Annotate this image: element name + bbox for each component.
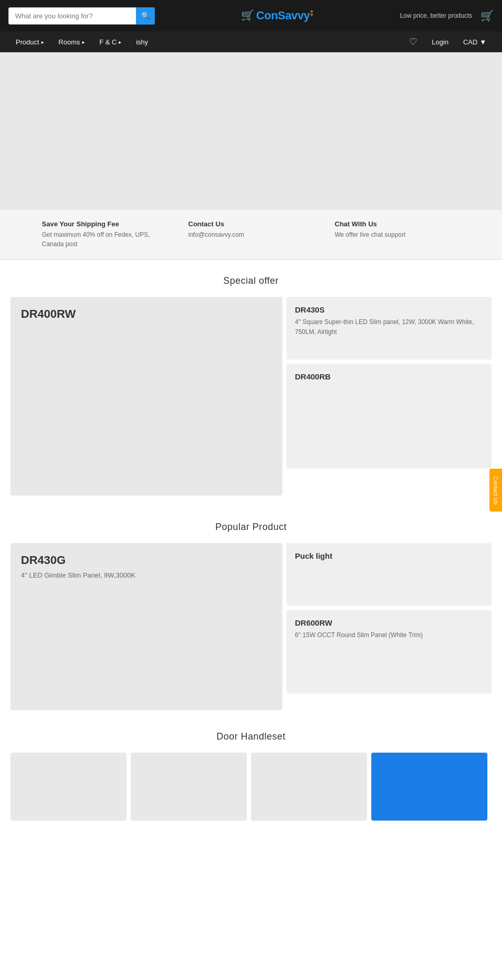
info-block-shipping: Save Your Shipping Fee Get maximum 40% o… — [31, 220, 178, 249]
info-contact-title: Contact Us — [188, 220, 314, 228]
special-offer-small-title-1: DR400RB — [295, 372, 483, 381]
search-icon: 🔍 — [141, 11, 150, 20]
nav-currency-arrow: ▼ — [480, 38, 486, 46]
popular-small-card-0[interactable]: Puck light — [287, 543, 492, 606]
popular-large-subtitle: 4'' LED Gimble Slim Panel, 9W,3000K — [21, 571, 272, 579]
nav-rooms-arrow: ▸ — [82, 39, 85, 45]
door-card-0[interactable] — [10, 753, 127, 821]
popular-small-title-1: DR600RW — [295, 618, 483, 627]
popular-small-title-0: Puck light — [295, 551, 483, 560]
nav-item-ishy[interactable]: ishy — [129, 31, 155, 52]
nav-fc-label: F & C — [99, 38, 117, 46]
nav-item-fc[interactable]: F & C ▸ — [92, 31, 129, 52]
search-button[interactable]: 🔍 — [136, 7, 155, 25]
info-chat-text: We offer live chat support — [335, 230, 460, 239]
info-strip: Save Your Shipping Fee Get maximum 40% o… — [0, 209, 502, 260]
logo-text[interactable]: ConSavvy — [256, 9, 310, 22]
popular-large-card[interactable]: DR430G 4'' LED Gimble Slim Panel, 9W,300… — [10, 543, 282, 710]
nav-bar: Product ▸ Rooms ▸ F & C ▸ ishy ♡ Login C… — [0, 31, 502, 52]
popular-large-title: DR430G — [21, 554, 272, 567]
header-right: Low price, better products 🛒 — [400, 9, 494, 22]
door-handleset-section: Door Handleset — [0, 721, 502, 826]
special-offer-grid: DR400RW DR430S 4'' Square Super-thin LED… — [10, 297, 492, 495]
nav-currency-label: CAD — [463, 38, 477, 46]
popular-product-grid: DR430G 4'' LED Gimble Slim Panel, 9W,300… — [10, 543, 492, 710]
cart-icon[interactable]: 🛒 — [481, 9, 494, 22]
popular-small-desc-1: 6'' 15W OCCT Round Slim Panel (White Tri… — [295, 630, 483, 640]
popular-product-section: Popular Product DR430G 4'' LED Gimble Sl… — [0, 506, 502, 721]
info-contact-text: info@consavvy.com — [188, 230, 314, 239]
info-shipping-title: Save Your Shipping Fee — [42, 220, 167, 228]
door-handleset-grid — [10, 753, 492, 821]
nav-currency-button[interactable]: CAD ▼ — [456, 31, 494, 52]
nav-ishy-label: ishy — [136, 38, 148, 46]
info-chat-title: Chat With Us — [335, 220, 460, 228]
search-input[interactable] — [8, 7, 155, 25]
contact-us-tab[interactable]: Contact Us — [489, 468, 502, 511]
nav-item-product[interactable]: Product ▸ — [8, 31, 51, 52]
nav-right: ♡ Login CAD ▼ — [402, 31, 494, 52]
popular-right-cards: Puck light DR600RW 6'' 15W OCCT Round Sl… — [287, 543, 492, 710]
info-shipping-text: Get maximum 40% off on Fedex, UPS, Canad… — [42, 230, 167, 249]
nav-product-label: Product — [16, 38, 39, 46]
special-offer-small-card-0[interactable]: DR430S 4'' Square Super-thin LED Slim pa… — [287, 297, 492, 360]
special-offer-small-title-0: DR430S — [295, 305, 483, 314]
door-card-1[interactable] — [131, 753, 247, 821]
special-offer-title: Special offer — [8, 275, 494, 286]
logo-area: 🛒 ConSavvy ‡ — [161, 9, 394, 22]
popular-product-title: Popular Product — [8, 522, 494, 533]
special-offer-small-desc-0: 4'' Square Super-thin LED Slim panel, 12… — [295, 317, 483, 337]
special-offer-large-title: DR400RW — [21, 307, 272, 321]
door-card-3[interactable] — [371, 753, 487, 821]
special-offer-large-card[interactable]: DR400RW — [10, 297, 282, 495]
logo-cart-icon: 🛒 — [241, 9, 254, 22]
nav-login-button[interactable]: Login — [425, 31, 456, 52]
special-offer-right-cards: DR430S 4'' Square Super-thin LED Slim pa… — [287, 297, 492, 495]
nav-product-arrow: ▸ — [41, 39, 44, 45]
nav-heart-button[interactable]: ♡ — [402, 31, 425, 52]
hero-banner — [0, 52, 502, 209]
info-block-chat: Chat With Us We offer live chat support — [324, 220, 471, 249]
header: 🔍 🛒 ConSavvy ‡ Low price, better product… — [0, 0, 502, 31]
search-bar: 🔍 — [8, 7, 155, 25]
special-offer-small-card-1[interactable]: DR400RB — [287, 364, 492, 468]
door-card-2[interactable] — [251, 753, 367, 821]
nav-rooms-label: Rooms — [59, 38, 80, 46]
special-offer-section: Special offer DR400RW DR430S 4'' Square … — [0, 260, 502, 506]
logo-suffix: ‡ — [310, 9, 314, 22]
popular-small-card-1[interactable]: DR600RW 6'' 15W OCCT Round Slim Panel (W… — [287, 610, 492, 694]
door-handleset-title: Door Handleset — [8, 731, 494, 742]
nav-item-rooms[interactable]: Rooms ▸ — [51, 31, 92, 52]
info-block-contact: Contact Us info@consavvy.com — [178, 220, 324, 249]
header-tagline: Low price, better products — [400, 12, 472, 19]
nav-fc-arrow: ▸ — [119, 39, 121, 45]
